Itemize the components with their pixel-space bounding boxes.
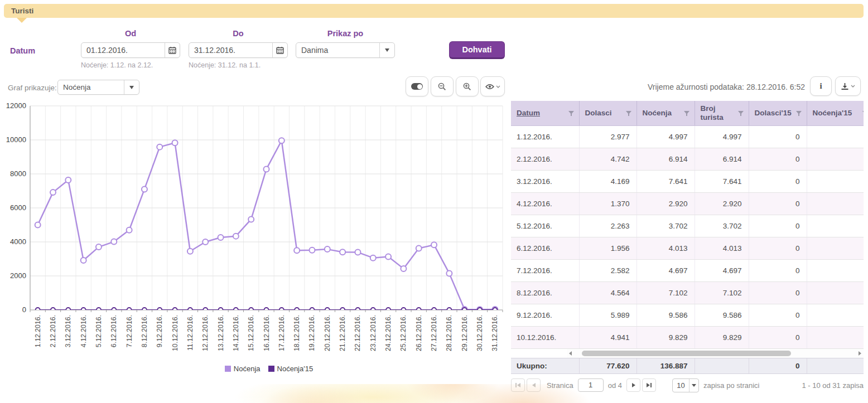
data-point[interactable] <box>446 270 452 276</box>
last-page-button[interactable] <box>642 378 656 392</box>
data-point[interactable] <box>187 249 193 254</box>
table-row[interactable]: 1.12.2016.2.9774.9974.9970 <box>511 125 864 148</box>
scrollbar-thumb[interactable] <box>582 351 791 356</box>
zoom-out-button[interactable] <box>431 76 454 96</box>
table-row[interactable]: 10.12.2016.4.9419.8299.8290 <box>511 326 864 348</box>
column-header-3[interactable]: Broj turista <box>695 101 749 125</box>
data-point[interactable] <box>172 140 178 145</box>
data-point[interactable] <box>173 308 177 312</box>
tab-turisti[interactable]: Turisti <box>4 4 864 18</box>
data-point[interactable] <box>65 177 71 183</box>
filter-funnel-icon[interactable] <box>568 111 574 114</box>
data-point[interactable] <box>447 308 451 312</box>
data-point[interactable] <box>111 239 117 245</box>
data-point[interactable] <box>371 308 375 312</box>
data-point[interactable] <box>157 144 162 150</box>
filter-funnel-icon[interactable] <box>738 111 744 114</box>
data-point[interactable] <box>188 308 192 312</box>
filter-funnel-icon[interactable] <box>626 111 631 114</box>
horizontal-scrollbar[interactable] <box>567 349 864 358</box>
scroll-right-icon[interactable] <box>859 351 861 356</box>
data-point[interactable] <box>50 190 56 195</box>
data-point[interactable] <box>112 308 116 312</box>
graf-prikazuje-select[interactable]: Noćenja <box>57 80 139 95</box>
table-row[interactable]: 6.12.2016.1.9564.0134.0130 <box>511 237 864 259</box>
data-point[interactable] <box>432 308 436 312</box>
data-point[interactable] <box>81 258 86 263</box>
table-row[interactable]: 5.12.2016.2.2633.7023.7020 <box>511 215 864 237</box>
data-point[interactable] <box>385 254 391 260</box>
page-number-input[interactable]: 1 <box>578 378 604 392</box>
data-point[interactable] <box>401 308 406 312</box>
data-point[interactable] <box>142 186 147 192</box>
data-point[interactable] <box>386 308 390 312</box>
table-row[interactable]: 4.12.2016.1.3702.9202.9200 <box>511 192 864 215</box>
info-button[interactable]: i <box>810 76 832 96</box>
data-point[interactable] <box>310 308 314 312</box>
data-point[interactable] <box>416 246 422 251</box>
data-point[interactable] <box>203 308 208 312</box>
filter-funnel-icon[interactable] <box>796 111 802 114</box>
data-point[interactable] <box>279 308 284 312</box>
column-header-2[interactable]: Noćenja <box>636 101 695 125</box>
data-point[interactable] <box>96 244 102 250</box>
data-point[interactable] <box>202 239 208 245</box>
page-size-select[interactable]: 10 <box>672 378 699 392</box>
data-point[interactable] <box>219 308 223 312</box>
prikaz-po-select[interactable]: Danima <box>296 42 395 58</box>
scroll-left-icon[interactable] <box>569 351 572 356</box>
data-point[interactable] <box>431 242 437 247</box>
data-point[interactable] <box>51 308 55 312</box>
chevron-down-icon[interactable] <box>124 80 139 94</box>
line-chart[interactable]: 0200040006000800010000120001.12.2016.2.1… <box>3 103 507 360</box>
column-header-1[interactable]: Dolasci <box>579 101 636 125</box>
date-to-input[interactable]: 31.12.2016. <box>189 42 288 58</box>
data-point[interactable] <box>493 308 497 312</box>
previous-page-button[interactable] <box>527 378 541 392</box>
table-row[interactable]: 8.12.2016.4.5647.1027.1020 <box>511 281 864 304</box>
data-point[interactable] <box>218 235 224 240</box>
dohvati-button[interactable]: Dohvati <box>449 41 505 59</box>
data-point[interactable] <box>264 166 269 172</box>
data-point[interactable] <box>81 308 86 312</box>
date-from-input[interactable]: 01.12.2016. <box>81 42 180 58</box>
data-point[interactable] <box>127 308 132 312</box>
data-point[interactable] <box>309 247 315 253</box>
data-point[interactable] <box>97 308 101 312</box>
data-point[interactable] <box>340 308 345 312</box>
data-point[interactable] <box>36 308 40 312</box>
table-row[interactable]: 7.12.2016.2.5824.6974.6970 <box>511 259 864 281</box>
calendar-icon[interactable] <box>165 43 180 57</box>
table-row[interactable]: 2.12.2016.4.7426.9146.9140 <box>511 148 864 170</box>
data-point[interactable] <box>401 266 406 271</box>
data-point[interactable] <box>66 308 70 312</box>
zoom-in-button[interactable] <box>456 76 479 96</box>
first-page-button[interactable] <box>511 378 525 392</box>
data-point[interactable] <box>264 308 269 312</box>
table-row[interactable]: 3.12.2016.4.1697.6417.6410 <box>511 170 864 192</box>
column-header-0[interactable]: Datum <box>511 101 579 125</box>
data-point[interactable] <box>370 255 376 261</box>
filter-funnel-icon[interactable] <box>862 111 864 114</box>
table-row[interactable]: 9.12.2016.5.9899.5869.5860 <box>511 304 864 326</box>
data-point[interactable] <box>35 222 41 228</box>
data-point[interactable] <box>355 308 360 312</box>
data-point[interactable] <box>417 308 421 312</box>
data-point[interactable] <box>233 234 239 239</box>
display-toggle-button[interactable] <box>406 76 428 96</box>
data-point[interactable] <box>142 308 147 312</box>
download-button[interactable] <box>835 76 861 96</box>
data-point[interactable] <box>325 308 330 312</box>
data-point[interactable] <box>294 247 300 253</box>
visibility-button[interactable] <box>480 76 505 96</box>
data-point[interactable] <box>462 308 467 312</box>
column-header-4[interactable]: Dolasci'15 <box>749 101 807 125</box>
data-point[interactable] <box>249 308 253 312</box>
calendar-icon[interactable] <box>272 43 287 57</box>
data-point[interactable] <box>478 308 482 312</box>
column-header-5[interactable]: Noćenja'15 <box>807 101 864 125</box>
data-point[interactable] <box>325 246 330 252</box>
chevron-down-icon[interactable] <box>379 43 394 57</box>
data-point[interactable] <box>295 308 299 312</box>
data-point[interactable] <box>248 216 254 222</box>
